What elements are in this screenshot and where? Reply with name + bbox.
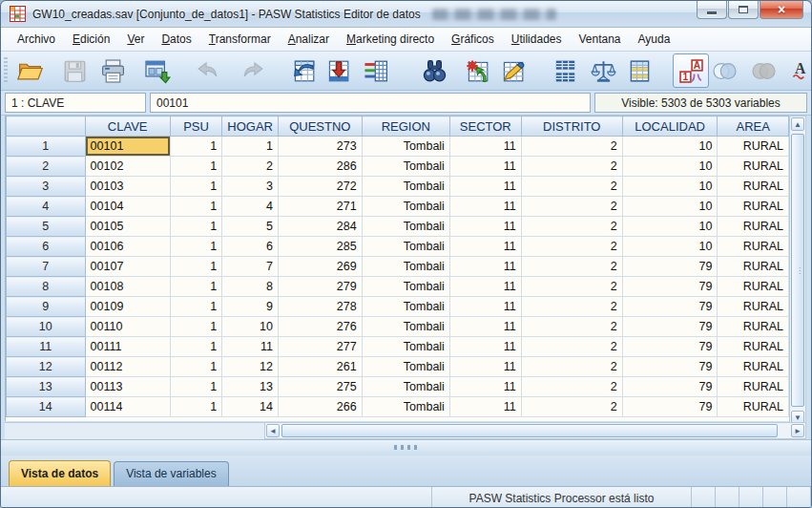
cell[interactable]: 5 [222, 217, 279, 237]
cell[interactable]: 11 [449, 397, 521, 417]
cell[interactable]: 1 [222, 137, 279, 157]
cell[interactable]: 2 [521, 357, 622, 377]
row-number[interactable]: 1 [7, 137, 86, 157]
cell[interactable]: RURAL [718, 197, 789, 217]
cell[interactable]: 11 [449, 337, 521, 357]
cell[interactable]: 273 [278, 137, 362, 157]
cell[interactable]: RURAL [718, 297, 789, 317]
cell[interactable]: 10 [622, 177, 718, 197]
cell[interactable]: 10 [622, 237, 718, 257]
cell[interactable]: RURAL [718, 257, 789, 277]
cell[interactable]: 1 [170, 317, 222, 337]
cell[interactable]: 79 [622, 357, 718, 377]
cell[interactable]: 261 [278, 357, 362, 377]
cell[interactable]: 11 [449, 177, 521, 197]
cell[interactable]: 9 [222, 297, 279, 317]
cell[interactable]: Tombali [362, 317, 449, 337]
cell[interactable]: RURAL [718, 277, 789, 297]
cell[interactable]: 00104 [85, 197, 170, 217]
cell[interactable]: 1 [170, 137, 222, 157]
menu-analizar[interactable]: Analizar [280, 30, 338, 49]
cell[interactable]: 2 [521, 397, 622, 417]
cell[interactable]: 1 [170, 257, 222, 277]
cell[interactable]: 1 [170, 157, 222, 177]
cell[interactable]: 10 [622, 217, 718, 237]
cell[interactable]: 00114 [85, 397, 170, 417]
cell[interactable]: 11 [222, 337, 279, 357]
selected-cell[interactable]: 00101 [85, 137, 170, 157]
scroll-up-arrow[interactable]: ▲ [791, 117, 804, 131]
cell[interactable]: 13 [222, 377, 279, 397]
toolbar-grip[interactable] [4, 57, 8, 84]
insert-variable-button[interactable] [494, 53, 531, 88]
cell[interactable]: 79 [622, 337, 718, 357]
cell[interactable]: 79 [622, 257, 718, 277]
menu-transformar[interactable]: Transformar [200, 30, 280, 49]
title-bar[interactable]: GW10_creadas.sav [Conjunto_de_datos1] - … [1, 1, 811, 28]
menu-ayuda[interactable]: Ayuda [630, 30, 679, 49]
cell[interactable]: RURAL [718, 217, 789, 237]
cell[interactable]: 00107 [85, 257, 170, 277]
horizontal-scroll-thumb[interactable] [281, 424, 778, 437]
cell[interactable]: 11 [449, 317, 521, 337]
cell[interactable]: 1 [170, 197, 222, 217]
cell[interactable]: RURAL [718, 377, 789, 397]
cell[interactable]: 11 [449, 137, 521, 157]
tab-variable-view[interactable]: Vista de variables [114, 461, 229, 486]
scroll-left-arrow[interactable]: ◄ [266, 424, 280, 437]
row-number[interactable]: 9 [7, 297, 86, 317]
cell[interactable]: 10 [622, 157, 718, 177]
cell[interactable]: 6 [222, 237, 279, 257]
menu-gr-ficos[interactable]: Gráficos [443, 30, 503, 49]
cell[interactable]: 2 [521, 237, 622, 257]
menu-ver[interactable]: Ver [118, 30, 153, 49]
cell[interactable]: 1 [170, 337, 222, 357]
cell[interactable]: 00111 [85, 337, 170, 357]
cell[interactable]: 2 [521, 157, 622, 177]
cell[interactable]: Tombali [362, 377, 449, 397]
cell[interactable]: Tombali [362, 357, 449, 377]
column-header-localidad[interactable]: LOCALIDAD [622, 116, 718, 137]
cell[interactable]: 1 [170, 277, 222, 297]
cell[interactable]: Tombali [362, 137, 449, 157]
recent-dialogs-button[interactable] [138, 53, 175, 88]
cell[interactable]: 271 [278, 197, 362, 217]
find-button[interactable] [416, 53, 452, 88]
row-number[interactable]: 10 [7, 317, 86, 337]
cell[interactable]: RURAL [718, 157, 789, 177]
cell[interactable]: 00102 [85, 157, 170, 177]
pane-splitter[interactable] [1, 439, 811, 455]
open-data-button[interactable] [11, 53, 48, 88]
cell[interactable]: RURAL [718, 237, 789, 257]
cell[interactable]: 2 [521, 297, 622, 317]
goto-variable-button[interactable] [320, 53, 356, 88]
menu-utilidades[interactable]: Utilidades [503, 30, 571, 49]
column-header-psu[interactable]: PSU [170, 116, 222, 137]
print-button[interactable] [94, 53, 131, 88]
horizontal-scrollbar[interactable]: ◄ ► [264, 422, 806, 439]
row-number[interactable]: 7 [7, 257, 86, 277]
cell[interactable]: 79 [622, 317, 718, 337]
select-all-corner[interactable] [7, 116, 86, 137]
cell[interactable]: 14 [222, 397, 279, 417]
cell[interactable]: Tombali [362, 157, 449, 177]
cell[interactable]: 1 [170, 217, 222, 237]
cell[interactable]: 00103 [85, 177, 170, 197]
cell[interactable]: Tombali [362, 197, 449, 217]
cell[interactable]: 272 [278, 177, 362, 197]
cell[interactable]: 2 [521, 177, 622, 197]
cell[interactable]: 00108 [85, 277, 170, 297]
column-header-questno[interactable]: QUESTNO [278, 116, 362, 137]
scroll-right-arrow[interactable]: ► [791, 424, 804, 437]
cell[interactable]: Tombali [362, 277, 449, 297]
vertical-scrollbar[interactable]: ▲ ⋮ ▼ [789, 116, 806, 426]
cell[interactable]: 79 [622, 397, 718, 417]
row-number[interactable]: 12 [7, 357, 86, 377]
cell[interactable]: 10 [222, 317, 279, 337]
select-cases-button[interactable] [621, 53, 657, 88]
menu-ventana[interactable]: Ventana [570, 30, 629, 49]
cell[interactable]: 266 [278, 397, 362, 417]
cell[interactable]: 11 [449, 357, 521, 377]
cell[interactable]: 2 [521, 257, 622, 277]
cell[interactable]: 2 [222, 157, 279, 177]
